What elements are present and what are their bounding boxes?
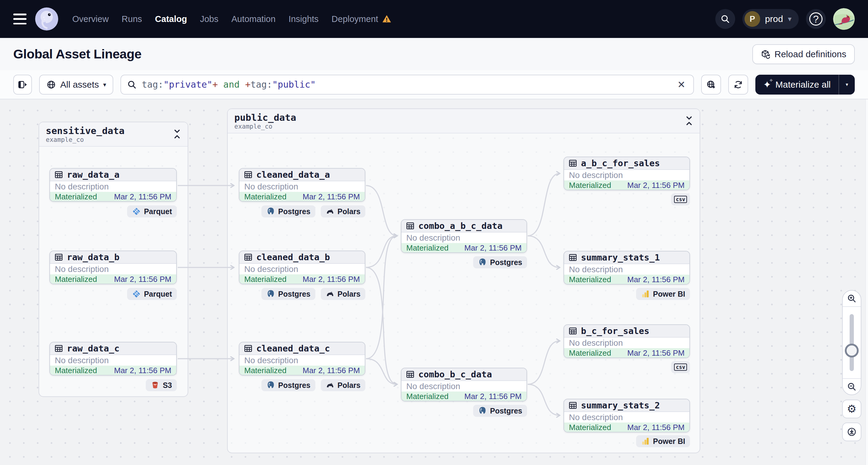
asset-node-cleaned-data-c[interactable]: cleaned_data_c No description Materializ… bbox=[239, 342, 365, 376]
postgres-badge[interactable]: Postgres bbox=[261, 379, 315, 391]
nav-item-catalog[interactable]: Catalog bbox=[155, 14, 187, 24]
nav-item-automation[interactable]: Automation bbox=[231, 14, 276, 24]
parquet-badge[interactable]: Parquet bbox=[127, 206, 177, 217]
status-badge: Materialized bbox=[406, 392, 448, 401]
asset-filter-input[interactable]: tag:"private"+ and +tag:"public" ✕ bbox=[121, 75, 693, 95]
asset-description: No description bbox=[240, 264, 365, 274]
asset-description: No description bbox=[240, 181, 365, 192]
asset-node-combo-a-b-c-data[interactable]: combo_a_b_c_data No description Material… bbox=[401, 219, 527, 253]
search-icon bbox=[127, 80, 137, 89]
nav-item-overview[interactable]: Overview bbox=[72, 14, 109, 24]
status-badge: Materialized bbox=[55, 192, 97, 202]
postgres-badge[interactable]: Postgres bbox=[473, 256, 527, 268]
top-nav: Overview Runs Catalog Jobs Automation In… bbox=[0, 0, 868, 38]
materialize-all-button[interactable]: ✦✧ Materialize all bbox=[755, 75, 838, 95]
csv-icon: csv bbox=[674, 364, 687, 371]
asset-name: combo_b_c_data bbox=[418, 369, 492, 379]
reload-definitions-button[interactable]: Reload definitions bbox=[752, 44, 855, 64]
nav-item-jobs[interactable]: Jobs bbox=[200, 14, 218, 24]
materialization-time: Mar 2, 11:56 PM bbox=[627, 181, 685, 190]
asset-node-a-b-c-for-sales[interactable]: a_b_c_for_sales No description Materiali… bbox=[563, 157, 690, 190]
postgres-icon bbox=[478, 406, 487, 415]
refresh-button[interactable] bbox=[728, 75, 748, 95]
table-icon bbox=[568, 159, 577, 168]
open-sidebar-button[interactable] bbox=[13, 75, 32, 95]
table-icon bbox=[568, 253, 577, 262]
materialize-options-button[interactable]: ▾ bbox=[838, 75, 855, 95]
zoom-slider[interactable] bbox=[843, 306, 861, 379]
csv-badge[interactable]: csv bbox=[671, 361, 690, 373]
nav-item-insights[interactable]: Insights bbox=[288, 14, 319, 24]
graph-settings-button[interactable]: ⚙ bbox=[842, 400, 861, 418]
asset-node-b-c-for-sales[interactable]: b_c_for_sales No description Materialize… bbox=[563, 324, 690, 358]
postgres-badge[interactable]: Postgres bbox=[261, 206, 315, 217]
asset-name: combo_a_b_c_data bbox=[418, 221, 502, 231]
asset-name: raw_data_a bbox=[67, 169, 120, 180]
postgres-badge[interactable]: Postgres bbox=[261, 288, 315, 300]
reload-cube-icon bbox=[761, 50, 770, 59]
asset-node-summary-stats-1[interactable]: summary_stats_1 No description Materiali… bbox=[563, 251, 690, 285]
asset-node-raw-data-b[interactable]: raw_data_b No description Materialized M… bbox=[50, 251, 177, 284]
dagster-logo-icon[interactable] bbox=[34, 7, 59, 31]
asset-badges: Parquet bbox=[127, 206, 177, 217]
table-icon bbox=[568, 401, 577, 410]
postgres-badge[interactable]: Postgres bbox=[473, 405, 527, 417]
powerbi-badge[interactable]: Power BI bbox=[636, 288, 690, 300]
polars-badge[interactable]: Polars bbox=[321, 288, 365, 300]
menu-icon[interactable] bbox=[13, 13, 27, 24]
lineage-canvas[interactable]: sensitive_data example_co public_data ex… bbox=[0, 99, 868, 465]
table-icon bbox=[406, 370, 415, 379]
asset-node-cleaned-data-b[interactable]: cleaned_data_b No description Materializ… bbox=[239, 251, 365, 284]
asset-badges: Postgres Polars bbox=[261, 379, 365, 391]
status-badge: Materialized bbox=[569, 181, 611, 190]
add-external-assets-button[interactable] bbox=[701, 75, 721, 95]
zoom-out-button[interactable] bbox=[843, 379, 861, 395]
search-icon bbox=[720, 14, 730, 24]
asset-node-raw-data-c[interactable]: raw_data_c No description Materialized M… bbox=[50, 342, 177, 376]
nav-item-deployment[interactable]: Deployment bbox=[332, 14, 392, 24]
asset-name: raw_data_c bbox=[67, 343, 120, 353]
table-icon bbox=[54, 344, 63, 353]
zoom-controls bbox=[842, 290, 861, 395]
csv-badge[interactable]: csv bbox=[671, 193, 690, 206]
table-icon bbox=[244, 170, 253, 179]
download-image-button[interactable] bbox=[842, 423, 861, 441]
nav-item-runs[interactable]: Runs bbox=[122, 14, 142, 24]
status-badge: Materialized bbox=[569, 275, 611, 284]
panel-toggle-icon bbox=[18, 80, 27, 89]
polars-badge[interactable]: Polars bbox=[321, 379, 365, 391]
asset-badges: Parquet bbox=[127, 288, 177, 300]
s3-badge[interactable]: S3 bbox=[146, 379, 177, 391]
zoom-slider-track[interactable] bbox=[849, 314, 854, 371]
polars-badge[interactable]: Polars bbox=[321, 206, 365, 217]
postgres-icon bbox=[266, 289, 275, 299]
asset-description: No description bbox=[401, 381, 526, 392]
clear-filter-button[interactable]: ✕ bbox=[676, 79, 687, 90]
avatar[interactable] bbox=[833, 8, 855, 30]
asset-node-raw-data-a[interactable]: raw_data_a No description Materialized M… bbox=[50, 168, 177, 202]
warning-icon bbox=[382, 14, 392, 24]
asset-node-summary-stats-2[interactable]: summary_stats_2 No description Materiali… bbox=[563, 399, 690, 432]
environment-switcher[interactable]: P prod ▾ bbox=[742, 9, 799, 29]
page-title: Global Asset Lineage bbox=[13, 47, 142, 61]
parquet-badge[interactable]: Parquet bbox=[127, 288, 177, 300]
nav-right-cluster: P prod ▾ ? bbox=[715, 8, 855, 30]
filter-query[interactable]: tag:"private"+ and +tag:"public" bbox=[142, 79, 671, 90]
asset-description: No description bbox=[50, 264, 176, 274]
materialization-time: Mar 2, 11:56 PM bbox=[627, 423, 685, 432]
asset-scope-dropdown[interactable]: All assets ▾ bbox=[39, 75, 113, 95]
zoom-slider-thumb[interactable] bbox=[845, 344, 859, 358]
asset-node-combo-b-c-data[interactable]: combo_b_c_data No description Materializ… bbox=[401, 368, 527, 401]
asset-node-cleaned-data-a[interactable]: cleaned_data_a No description Materializ… bbox=[239, 168, 365, 202]
status-badge: Materialized bbox=[569, 423, 611, 432]
zoom-in-button[interactable] bbox=[843, 290, 861, 306]
search-button[interactable] bbox=[715, 9, 735, 29]
help-button[interactable]: ? bbox=[806, 9, 826, 29]
asset-description: No description bbox=[50, 355, 176, 366]
powerbi-badge[interactable]: Power BI bbox=[636, 435, 690, 447]
status-badge: Materialized bbox=[244, 192, 286, 202]
materialization-time: Mar 2, 11:56 PM bbox=[114, 275, 172, 284]
table-icon bbox=[54, 253, 63, 262]
status-badge: Materialized bbox=[55, 366, 97, 375]
question-icon: ? bbox=[809, 12, 823, 26]
